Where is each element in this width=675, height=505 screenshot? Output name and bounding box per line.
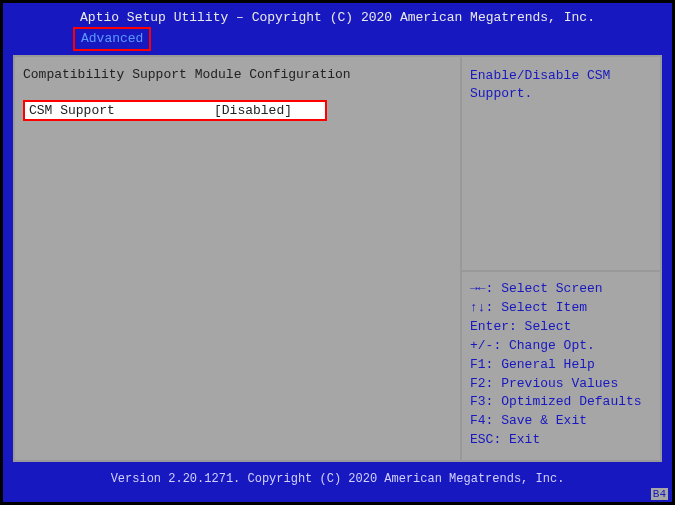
section-title: Compatibility Support Module Configurati… <box>23 67 452 82</box>
help-pane: Enable/Disable CSM Support. →←: Select S… <box>460 57 660 460</box>
key-change-opt: +/-: Change Opt. <box>470 337 652 356</box>
help-description: Enable/Disable CSM Support. <box>462 57 660 270</box>
key-select-item: ↑↓: Select Item <box>470 299 652 318</box>
footer-version: Version 2.20.1271. Copyright (C) 2020 Am… <box>3 472 672 486</box>
tab-advanced[interactable]: Advanced <box>73 27 151 51</box>
key-select: Enter: Select <box>470 318 652 337</box>
key-general-help: F1: General Help <box>470 356 652 375</box>
setting-value: [Disabled] <box>214 103 292 118</box>
key-legend: →←: Select Screen ↑↓: Select Item Enter:… <box>462 272 660 460</box>
main-panel: Compatibility Support Module Configurati… <box>13 55 662 462</box>
header-title: Aptio Setup Utility – Copyright (C) 2020… <box>13 9 662 27</box>
key-select-screen: →←: Select Screen <box>470 280 652 299</box>
key-save-exit: F4: Save & Exit <box>470 412 652 431</box>
corner-badge: B4 <box>651 488 668 500</box>
tab-row: Advanced <box>13 27 662 51</box>
setting-label: CSM Support <box>29 103 214 118</box>
key-optimized-defaults: F3: Optimized Defaults <box>470 393 652 412</box>
bios-screen: Aptio Setup Utility – Copyright (C) 2020… <box>3 3 672 502</box>
header: Aptio Setup Utility – Copyright (C) 2020… <box>3 3 672 55</box>
key-exit: ESC: Exit <box>470 431 652 450</box>
settings-pane: Compatibility Support Module Configurati… <box>15 57 460 460</box>
key-previous-values: F2: Previous Values <box>470 375 652 394</box>
csm-support-row[interactable]: CSM Support [Disabled] <box>23 100 327 121</box>
